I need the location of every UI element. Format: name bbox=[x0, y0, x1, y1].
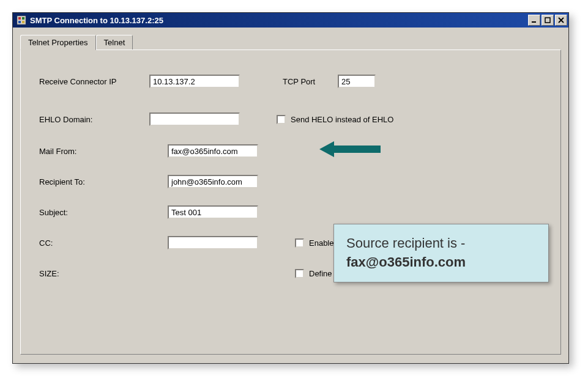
row-mail-from: Mail From: bbox=[39, 144, 542, 158]
input-mail-from[interactable] bbox=[168, 144, 258, 158]
close-button[interactable] bbox=[555, 15, 567, 26]
tab-panel-telnet-properties: Receive Connector IP TCP Port EHLO Domai… bbox=[20, 50, 561, 355]
callout-line1: Source recipient is - bbox=[346, 234, 536, 253]
svg-rect-4 bbox=[22, 21, 24, 23]
callout-line2: fax@o365info.com bbox=[346, 253, 536, 272]
input-recipient-to[interactable] bbox=[168, 175, 258, 188]
tab-group: Telnet Properties Telnet Receive Connect… bbox=[20, 35, 561, 356]
input-subject[interactable] bbox=[168, 205, 258, 219]
row-subject: Subject: bbox=[39, 205, 542, 219]
minimize-button[interactable] bbox=[528, 15, 540, 26]
window-title: SMTP Connection to 10.13.137.2:25 bbox=[29, 16, 528, 25]
maximize-button[interactable] bbox=[541, 15, 554, 26]
input-tcp-port[interactable] bbox=[338, 75, 376, 88]
titlebar: SMTP Connection to 10.13.137.2:25 bbox=[13, 13, 568, 28]
label-receive-connector-ip: Receive Connector IP bbox=[39, 77, 149, 86]
tabs-row: Telnet Properties Telnet bbox=[20, 35, 561, 50]
label-recipient-to: Recipient To: bbox=[39, 177, 168, 186]
svg-rect-1 bbox=[18, 17, 21, 20]
svg-rect-6 bbox=[545, 18, 550, 23]
row-ehlo-domain: EHLO Domain: Send HELO instead of EHLO bbox=[39, 112, 542, 126]
input-receive-connector-ip[interactable] bbox=[149, 75, 240, 88]
label-size: SIZE: bbox=[39, 269, 168, 278]
label-ehlo-domain: EHLO Domain: bbox=[39, 115, 149, 124]
svg-rect-2 bbox=[22, 17, 24, 20]
input-cc[interactable] bbox=[168, 236, 258, 249]
tab-telnet-properties[interactable]: Telnet Properties bbox=[20, 35, 96, 50]
tab-telnet[interactable]: Telnet bbox=[96, 35, 133, 50]
window-controls bbox=[528, 15, 567, 26]
checkbox-send-helo-wrap: Send HELO instead of EHLO bbox=[277, 115, 393, 124]
row-recipient-to: Recipient To: bbox=[39, 175, 542, 188]
app-window: SMTP Connection to 10.13.137.2:25 Telnet… bbox=[12, 12, 569, 364]
svg-rect-3 bbox=[18, 21, 21, 23]
label-mail-from: Mail From: bbox=[39, 147, 168, 156]
client-area: Telnet Properties Telnet Receive Connect… bbox=[13, 28, 568, 363]
checkbox-define-size[interactable] bbox=[295, 269, 304, 278]
label-tcp-port: TCP Port bbox=[283, 77, 338, 86]
svg-rect-5 bbox=[532, 21, 536, 23]
checkbox-send-helo[interactable] bbox=[277, 115, 286, 124]
annotation-callout: Source recipient is - fax@o365info.com bbox=[333, 224, 549, 282]
label-subject: Subject: bbox=[39, 208, 168, 217]
label-send-helo: Send HELO instead of EHLO bbox=[291, 115, 393, 124]
label-cc: CC: bbox=[39, 238, 168, 248]
checkbox-enable-cc[interactable] bbox=[295, 238, 304, 248]
app-icon bbox=[17, 15, 26, 25]
input-ehlo-domain[interactable] bbox=[149, 112, 240, 126]
row-receive-connector: Receive Connector IP TCP Port bbox=[39, 75, 542, 88]
